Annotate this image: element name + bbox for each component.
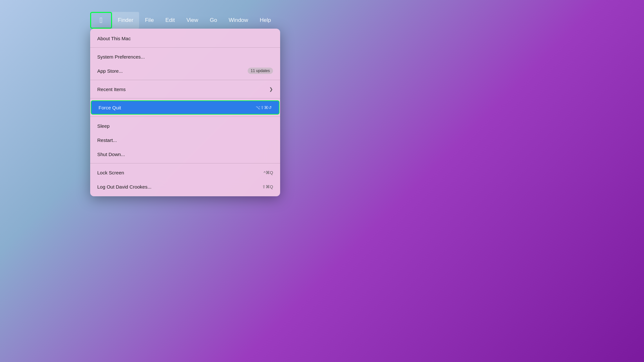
apple-menu-button[interactable]:  — [90, 12, 112, 29]
menubar-go[interactable]: Go — [204, 12, 223, 29]
apple-dropdown-menu: About This Mac System Preferences... App… — [90, 29, 280, 196]
menubar-help[interactable]: Help — [254, 12, 277, 29]
menubar-finder[interactable]: Finder — [112, 12, 139, 29]
menubar-view[interactable]: View — [181, 12, 204, 29]
menubar:  Finder File Edit View Go Window Help — [90, 12, 396, 29]
chevron-right-icon: ❯ — [269, 87, 273, 92]
logout-shortcut: ⇧⌘Q — [262, 184, 273, 189]
menu-separator-3 — [90, 98, 280, 98]
menu-separator-5 — [90, 163, 280, 163]
menu-item-restart[interactable]: Restart... — [90, 133, 280, 147]
menu-item-about[interactable]: About This Mac — [90, 31, 280, 45]
apple-logo-icon:  — [100, 16, 103, 24]
force-quit-shortcut: ⌥⇧⌘↺ — [256, 105, 272, 110]
menu-item-app-store[interactable]: App Store... 11 updates — [90, 64, 280, 78]
menu-item-logout[interactable]: Log Out David Crookes... ⇧⌘Q — [90, 180, 280, 194]
menu-item-force-quit[interactable]: Force Quit ⌥⇧⌘↺ — [91, 100, 279, 115]
menu-separator-4 — [90, 116, 280, 117]
updates-badge: 11 updates — [248, 68, 273, 74]
lock-screen-shortcut: ^⌘Q — [264, 170, 273, 175]
menu-item-lock-screen[interactable]: Lock Screen ^⌘Q — [90, 165, 280, 180]
menubar-edit[interactable]: Edit — [160, 12, 181, 29]
menubar-file[interactable]: File — [139, 12, 159, 29]
menubar-window[interactable]: Window — [223, 12, 254, 29]
menu-item-sleep[interactable]: Sleep — [90, 119, 280, 133]
menu-item-system-prefs[interactable]: System Preferences... — [90, 50, 280, 64]
menu-separator-1 — [90, 47, 280, 48]
menu-item-recent-items[interactable]: Recent Items ❯ — [90, 82, 280, 96]
menu-item-shutdown[interactable]: Shut Down... — [90, 147, 280, 161]
menu-separator-2 — [90, 80, 280, 80]
